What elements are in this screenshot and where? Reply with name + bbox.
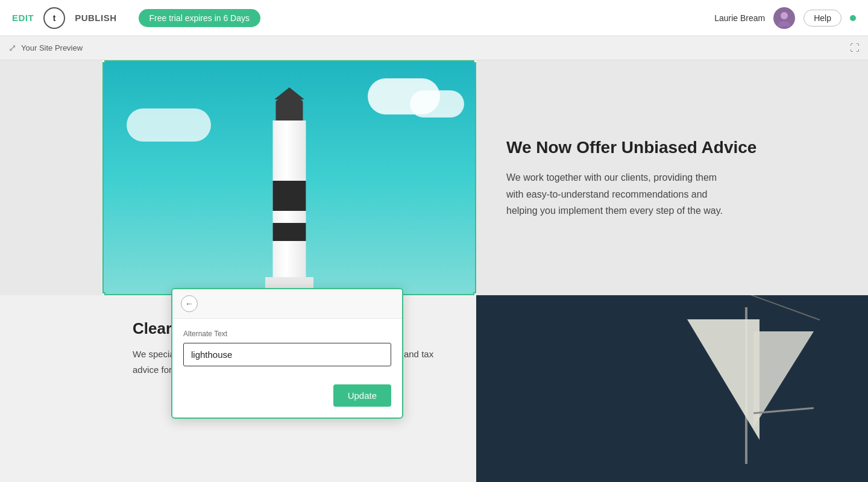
fullscreen-icon[interactable]: ⛶	[850, 43, 860, 54]
canvas: We Now Offer Unbiased Advice We work tog…	[0, 60, 868, 482]
topbar-right: Laurie Bream Help	[714, 7, 856, 29]
handle-top-right[interactable]	[473, 60, 476, 63]
cloud-3	[127, 108, 211, 142]
edit-button[interactable]: EDIT	[12, 13, 34, 23]
bottom-section: Clear Vision & Direction We specialize i…	[0, 295, 868, 482]
topbar-left: EDIT t PUBLISH Free trial expires in 6 D…	[12, 7, 260, 29]
sail-left	[687, 319, 760, 440]
topbar: EDIT t PUBLISH Free trial expires in 6 D…	[0, 0, 868, 36]
cloud-2	[410, 90, 464, 117]
popup-body: Alternate Text	[172, 319, 402, 378]
advice-body: We work together with our clients, provi…	[506, 169, 735, 219]
alt-text-input[interactable]	[183, 343, 391, 366]
alt-text-label: Alternate Text	[183, 330, 391, 338]
lighthouse-stripe-2	[273, 223, 306, 241]
site-content: We Now Offer Unbiased Advice We work tog…	[0, 60, 868, 482]
logo: t	[43, 7, 65, 29]
preview-bar: ⤢ Your Site Preview ⛶	[0, 36, 868, 60]
publish-button[interactable]: PUBLISH	[75, 13, 116, 23]
update-button[interactable]: Update	[333, 384, 391, 407]
lighthouse-top	[273, 120, 306, 145]
lighthouse-cap	[274, 87, 304, 99]
alt-text-popup: ← Alternate Text Update	[171, 288, 403, 419]
lighthouse-body	[273, 145, 306, 277]
avatar[interactable]	[773, 7, 795, 29]
preview-label: Your Site Preview	[21, 43, 83, 52]
move-icon: ⤢	[8, 42, 16, 54]
lighthouse-image[interactable]	[102, 60, 476, 295]
user-name: Laurie Bream	[714, 13, 765, 23]
advice-title: We Now Offer Unbiased Advice	[506, 137, 838, 158]
advice-section: We Now Offer Unbiased Advice We work tog…	[476, 60, 868, 295]
popup-header: ←	[172, 289, 402, 319]
help-button[interactable]: Help	[804, 10, 841, 27]
svg-point-0	[781, 12, 788, 19]
preview-bar-left: ⤢ Your Site Preview	[8, 42, 83, 54]
sailboat-image	[476, 295, 868, 482]
popup-footer: Update	[172, 378, 402, 418]
trial-badge: Free trial expires in 6 Days	[139, 9, 261, 27]
lighthouse-lantern	[276, 99, 303, 120]
status-indicator	[850, 15, 856, 21]
svg-point-1	[778, 21, 790, 27]
top-section: We Now Offer Unbiased Advice We work tog…	[0, 60, 868, 295]
handle-top-left[interactable]	[102, 60, 105, 63]
lighthouse-stripe-1	[273, 181, 306, 211]
back-button[interactable]: ←	[181, 295, 198, 312]
